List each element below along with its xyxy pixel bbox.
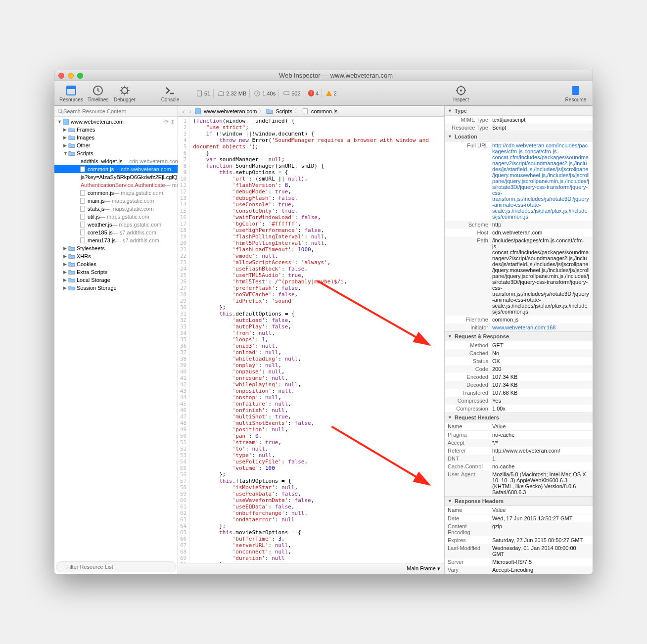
req-header-row: User-AgentMozilla/5.0 (Macintosh; Intel … [445,470,593,496]
titlebar: Web Inspector — www.webveteran.com [54,70,593,81]
detail-row: MIME Typetext/javascript [445,116,593,124]
timelines-tab[interactable]: Timelines [85,84,111,103]
tree-root[interactable]: ▼www.webveteran.com⟳ ⊕ [54,118,178,126]
svg-rect-23 [195,108,201,114]
svg-rect-24 [303,108,308,114]
message-icon [283,90,290,97]
tree-script-0[interactable]: addthis_widget.js — cdn.webveteran.com [54,157,178,165]
res-header-row: ExpiresSaturday, 27 Jun 2015 08:50:27 GM… [445,536,593,544]
section-header[interactable]: ▼Response Headers [445,496,593,506]
svg-rect-21 [81,230,85,235]
section-header[interactable]: ▼Location [445,132,593,141]
tree-script-10[interactable]: menu173.js — s7.addthis.com [54,236,178,244]
res-header-row: ServerMicrosoft-IIS/7.5 [445,558,593,566]
tree-script-1[interactable]: common.js — cdn.webveteran.com [54,165,178,173]
resources-tab[interactable]: Resources [58,84,84,103]
tree-folder-scripts[interactable]: ▼Scripts [54,149,178,157]
svg-rect-13 [81,167,85,172]
section-header[interactable]: ▼Request & Response [445,331,593,341]
nav-fwd[interactable]: › [188,108,193,114]
frame-selector[interactable]: Main Frame ▾ [407,565,440,572]
detail-row: Decoded107.34 KB [445,381,593,389]
tree-script-7[interactable]: util.js — maps.gstatic.com [54,213,178,221]
stat-logs: 502 [280,89,304,98]
bc-file[interactable]: common.js [302,108,337,115]
tree-folder-cookies[interactable]: ▶Cookies [54,260,178,268]
resource-panel-button[interactable]: Resource [563,84,589,103]
stat-time: 1.40s [251,89,279,98]
tree-folder-extra[interactable]: ▶Extra Scripts [54,268,178,276]
res-header-row: Last-ModifiedWednesday, 01 Jan 2014 00:0… [445,544,593,558]
detail-row: Full URLhttp://cdn.webveteran.com/includ… [445,141,593,221]
filter-bar[interactable] [56,561,176,572]
svg-rect-17 [81,198,85,204]
tree-script-5[interactable]: main.js — maps.gstatic.com [54,197,178,205]
tree-folder-xhrs[interactable]: ▶XHRs [54,252,178,260]
document-icon [196,90,203,97]
svg-point-8 [460,90,462,92]
tree-script-3[interactable]: AuthenticationService.Authenticate — ma… [54,181,178,189]
search-icon [57,108,63,114]
error-badge: ! [308,90,315,96]
warning-badge [326,91,332,96]
maximize-button[interactable] [77,73,83,79]
tree-folder-session[interactable]: ▶Session Storage [54,284,178,292]
tree-script-4[interactable]: common.js — maps.gstatic.com [54,189,178,197]
breadcrumb: ‹ › www.webveteran.com 〉 Scripts 〉 commo… [178,106,444,117]
stat-size: 2.32 MB [215,89,250,98]
tree-folder-images[interactable]: ▶Images [54,134,178,141]
tree-script-9[interactable]: core185.js — s7.addthis.com [54,229,178,236]
tree-folder-other[interactable]: ▶Other [54,141,178,149]
tree-script-8[interactable]: weather.js — maps.gstatic.com [54,221,178,229]
req-header-row: Cache-Controlno-cache [445,462,593,470]
bc-folder[interactable]: Scripts [266,108,292,115]
toolbar: Resources Timelines Debugger Console 51 … [54,81,593,106]
svg-rect-18 [81,206,85,212]
search-bar[interactable] [54,106,178,117]
detail-row: Path/includes/packages/cfm-js-concat/cfm… [445,236,593,316]
stats-bar: 51 2.32 MB 1.40s 502 !4 2 [193,89,340,98]
stat-errors: !4 [305,89,323,97]
svg-rect-11 [63,119,69,125]
svg-point-10 [58,109,62,113]
nav-back[interactable]: ‹ [181,108,186,114]
code-panel: ‹ › www.webveteran.com 〉 Scripts 〉 commo… [178,106,444,574]
tree-folder-stylesheets[interactable]: ▶Stylesheets [54,244,178,252]
stat-files: 51 [193,89,214,98]
req-header-row: Accept*/* [445,439,593,447]
detail-row: Compression1.00x [445,405,593,413]
res-header-row: DateWed, 17 Jun 2015 13:50:27 GMT [445,514,593,522]
detail-row: Transfered107.68 KB [445,389,593,397]
req-header-row: Refererhttp://www.webveteran.com/ [445,447,593,455]
detail-row: Hostcdn.webveteran.com [445,229,593,236]
inspect-button[interactable]: Inspect [448,84,474,103]
filter-input[interactable] [66,564,173,570]
detail-row: Resource TypeScript [445,124,593,132]
footer-bar: Main Frame ▾ [178,563,444,574]
header-columns: NameValue [445,506,593,514]
detail-row: Code200 [445,365,593,373]
section-header[interactable]: ▼Request Headers [445,413,593,422]
detail-row: MethodGET [445,341,593,349]
detail-row: CompressedYes [445,397,593,405]
search-input[interactable] [63,108,175,114]
window-title: Web Inspector — www.webveteran.com [83,72,589,79]
detail-row: Initiatorwww.webveteran.com:168 [445,323,593,331]
resource-tree: ▼www.webveteran.com⟳ ⊕▶Frames▶Images▶Oth… [54,117,178,560]
detail-row: Encoded107.34 KB [445,373,593,381]
tree-folder-frames[interactable]: ▶Frames [54,126,178,134]
tree-script-2[interactable]: js?key=AIzaSyBRkpO6Gkdwfz2EjLcglQ7c… [54,173,178,181]
weight-icon [218,90,225,97]
debugger-tab[interactable]: Debugger [112,84,138,103]
source-code[interactable]: 1234567891011121314151617181920212223242… [178,117,444,563]
svg-rect-1 [67,86,76,89]
clock-icon [254,90,261,97]
res-header-row: Content-Encodinggzip [445,522,593,536]
console-tab[interactable]: Console [157,84,183,103]
tree-folder-local[interactable]: ▶Local Storage [54,276,178,284]
bc-host[interactable]: www.webveteran.com [194,108,257,115]
tree-script-6[interactable]: stats.js — maps.gstatic.com [54,205,178,213]
section-header[interactable]: ▼Type [445,106,593,116]
close-button[interactable] [58,73,64,79]
minimize-button[interactable] [68,73,74,79]
